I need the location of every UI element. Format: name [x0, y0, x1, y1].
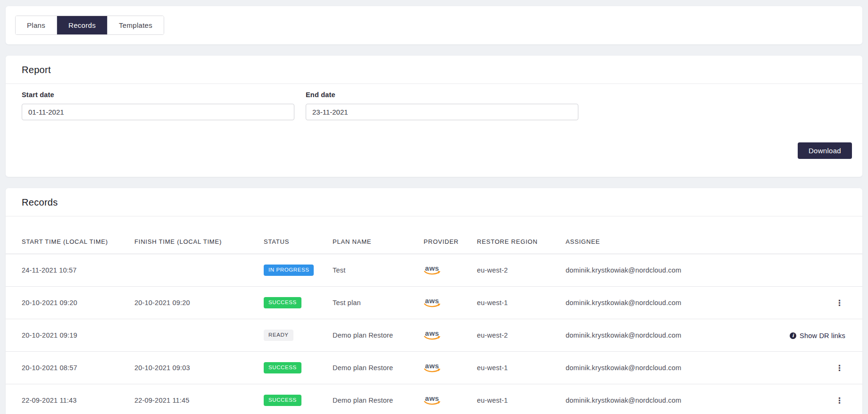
start-date-input[interactable] — [22, 104, 294, 120]
cell-status: READY — [264, 319, 333, 352]
cell-actions: ⋮ — [768, 384, 862, 414]
show-dr-links-label: Show DR links — [800, 332, 845, 339]
table-row: 24-11-2021 10:57IN PROGRESSTestawseu-wes… — [6, 254, 862, 287]
cell-assignee: dominik.krystkowiak@nordcloud.com — [566, 319, 768, 352]
cell-status: SUCCESS — [264, 352, 333, 384]
report-title: Report — [6, 56, 862, 83]
aws-provider-icon: aws — [424, 298, 441, 308]
tab-group: Plans Records Templates — [15, 16, 164, 35]
cell-provider: aws — [424, 319, 477, 352]
cell-assignee: dominik.krystkowiak@nordcloud.com — [566, 384, 768, 414]
report-form: Start date End date Download — [6, 84, 862, 177]
aws-provider-icon: aws — [424, 331, 441, 341]
start-date-field: Start date — [22, 91, 294, 120]
cell-plan-name: Demo plan Restore — [333, 319, 424, 352]
cell-actions: ⋮ — [768, 352, 862, 384]
cell-restore-region: eu-west-2 — [477, 319, 566, 352]
aws-swoosh-icon — [424, 271, 441, 276]
col-header-status: STATUS — [264, 216, 333, 254]
cell-finish-time — [134, 319, 264, 352]
row-menu-button[interactable]: ⋮ — [834, 396, 845, 406]
cell-plan-name: Test — [333, 254, 424, 287]
tab-bar-card: Plans Records Templates — [6, 6, 862, 44]
cell-start-time: 22-09-2021 11:43 — [6, 384, 134, 414]
col-header-assignee: ASSIGNEE — [566, 216, 768, 254]
col-header-restore-region: RESTORE REGION — [477, 216, 566, 254]
info-icon: i — [790, 332, 796, 339]
col-header-provider: PROVIDER — [424, 216, 477, 254]
status-badge: IN PROGRESS — [264, 265, 314, 276]
aws-provider-icon: aws — [424, 396, 441, 406]
cell-finish-time: 20-10-2021 09:20 — [134, 287, 264, 319]
cell-status: IN PROGRESS — [264, 254, 333, 287]
table-row: 20-10-2021 08:5720-10-2021 09:03SUCCESSD… — [6, 352, 862, 384]
status-badge: SUCCESS — [264, 297, 301, 308]
cell-provider: aws — [424, 287, 477, 319]
aws-swoosh-icon — [424, 368, 441, 373]
cell-start-time: 20-10-2021 08:57 — [6, 352, 134, 384]
records-card: Records START TIME (LOCAL TIME) FINISH T… — [6, 188, 862, 414]
cell-assignee: dominik.krystkowiak@nordcloud.com — [566, 352, 768, 384]
records-title: Records — [6, 188, 862, 216]
table-row: 20-10-2021 09:2020-10-2021 09:20SUCCESST… — [6, 287, 862, 319]
report-card: Report Start date End date Download — [6, 56, 862, 177]
cell-plan-name: Test plan — [333, 287, 424, 319]
cell-actions: iShow DR links — [768, 319, 862, 352]
aws-swoosh-icon — [424, 303, 441, 308]
cell-provider: aws — [424, 352, 477, 384]
status-badge: SUCCESS — [264, 395, 301, 406]
cell-restore-region: eu-west-1 — [477, 287, 566, 319]
cell-start-time: 20-10-2021 09:20 — [6, 287, 134, 319]
cell-provider: aws — [424, 384, 477, 414]
end-date-field: End date — [306, 91, 578, 120]
cell-assignee: dominik.krystkowiak@nordcloud.com — [566, 287, 768, 319]
cell-actions: ⋮ — [768, 287, 862, 319]
cell-status: SUCCESS — [264, 287, 333, 319]
start-date-label: Start date — [22, 91, 294, 99]
cell-plan-name: Demo plan Restore — [333, 352, 424, 384]
cell-start-time: 20-10-2021 09:19 — [6, 319, 134, 352]
cell-status: SUCCESS — [264, 384, 333, 414]
status-badge: SUCCESS — [264, 362, 301, 373]
aws-provider-icon: aws — [424, 265, 441, 276]
end-date-input[interactable] — [306, 104, 578, 120]
cell-finish-time: 20-10-2021 09:03 — [134, 352, 264, 384]
aws-provider-icon: aws — [424, 363, 441, 373]
cell-restore-region: eu-west-2 — [477, 254, 566, 287]
records-table-body: 24-11-2021 10:57IN PROGRESSTestawseu-wes… — [6, 254, 862, 414]
tab-plans[interactable]: Plans — [16, 16, 57, 34]
end-date-label: End date — [306, 91, 578, 99]
cell-plan-name: Demo plan Restore — [333, 384, 424, 414]
cell-restore-region: eu-west-1 — [477, 384, 566, 414]
tab-records[interactable]: Records — [57, 16, 108, 34]
table-row: 22-09-2021 11:4322-09-2021 11:45SUCCESSD… — [6, 384, 862, 414]
cell-actions — [768, 254, 862, 287]
show-dr-links-button[interactable]: iShow DR links — [790, 332, 845, 339]
col-header-actions — [768, 216, 862, 254]
download-button[interactable]: Download — [798, 142, 852, 159]
col-header-finish-time: FINISH TIME (LOCAL TIME) — [134, 216, 264, 254]
cell-assignee: dominik.krystkowiak@nordcloud.com — [566, 254, 768, 287]
col-header-plan-name: PLAN NAME — [333, 216, 424, 254]
row-menu-button[interactable]: ⋮ — [834, 298, 845, 308]
status-badge: READY — [264, 330, 293, 341]
tab-templates[interactable]: Templates — [108, 16, 164, 34]
page: Plans Records Templates Report Start dat… — [0, 0, 868, 414]
aws-swoosh-icon — [424, 336, 441, 341]
records-table: START TIME (LOCAL TIME) FINISH TIME (LOC… — [6, 216, 862, 414]
col-header-start-time: START TIME (LOCAL TIME) — [6, 216, 134, 254]
cell-finish-time — [134, 254, 264, 287]
cell-provider: aws — [424, 254, 477, 287]
cell-finish-time: 22-09-2021 11:45 — [134, 384, 264, 414]
table-row: 20-10-2021 09:19READYDemo plan Restoreaw… — [6, 319, 862, 352]
cell-start-time: 24-11-2021 10:57 — [6, 254, 134, 287]
row-menu-button[interactable]: ⋮ — [834, 363, 845, 373]
table-header-row: START TIME (LOCAL TIME) FINISH TIME (LOC… — [6, 216, 862, 254]
cell-restore-region: eu-west-1 — [477, 352, 566, 384]
aws-swoosh-icon — [424, 401, 441, 406]
